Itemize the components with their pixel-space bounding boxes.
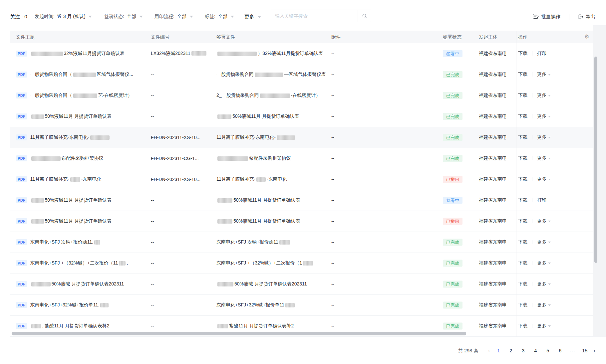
more-link[interactable]: 更多 (537, 281, 551, 286)
fixed-column-shadow (516, 31, 516, 337)
pdf-badge: PDF (16, 72, 27, 78)
download-link[interactable]: 下载 (518, 197, 527, 203)
search-button[interactable] (358, 10, 371, 22)
filter-label: 签署状态: (104, 14, 124, 19)
more-link[interactable]: 更多 (537, 176, 551, 182)
cell-initiator: 福建省东南电化 (479, 260, 506, 266)
cell-text: -在线密度计） (291, 92, 321, 98)
cell-status: 已完成 (443, 155, 462, 162)
download-link[interactable]: 下载 (518, 92, 527, 98)
table-row[interactable]: PDF11月离子膜碱补充--东南电化FH-DN-202311-XS-10...1… (10, 169, 596, 190)
download-link[interactable]: 下载 (518, 218, 527, 224)
export-button[interactable]: 导出 (578, 14, 595, 20)
chevron-down-icon (548, 158, 551, 159)
more-link[interactable]: 更多 (537, 72, 551, 77)
more-link[interactable]: 更多 (537, 134, 551, 140)
more-link[interactable]: 更多 (537, 323, 551, 328)
table-row[interactable]: PDF 50%液碱11月 月提货订单确认表-- 50%液碱11月 月提货订单确认… (10, 106, 596, 127)
horizontal-scrollbar[interactable] (12, 332, 466, 335)
more-link[interactable]: 更多 (537, 155, 551, 161)
page-number[interactable]: 4 (532, 346, 539, 355)
table-row[interactable]: PDF 50%液碱 月提货订单确认表202311-- 50%液碱 月提货订单确认… (10, 274, 596, 295)
page-number[interactable]: 15 (581, 346, 588, 355)
prev-page-icon[interactable]: ‹ (488, 346, 490, 355)
page-number[interactable]: 6 (556, 346, 564, 355)
filter-seal-flow[interactable]: 用印流程: 全部 (154, 14, 193, 20)
column-settings-gear-icon[interactable]: ⚙ (584, 31, 589, 43)
vertical-scrollbar[interactable] (594, 57, 597, 263)
status-badge: 已完成 (443, 92, 462, 99)
cell-text: 泵配件采购框架协议 (62, 155, 104, 161)
cell-attachment: -- (331, 323, 334, 329)
cell-subject: PDF东南电化+SFJ +（32%碱）+二次报价（11. (16, 260, 149, 266)
more-link[interactable]: 更多 (537, 239, 551, 245)
pdf-badge: PDF (16, 134, 27, 140)
more-link[interactable]: 更多 (537, 260, 551, 266)
redacted-blur (255, 73, 283, 77)
batch-list-icon (533, 14, 539, 19)
next-page-icon[interactable]: › (593, 346, 595, 355)
page-ellipsis[interactable]: ··· (569, 346, 576, 355)
batch-actions-button[interactable]: 批量操作 (533, 14, 560, 20)
download-link[interactable]: 下载 (518, 260, 527, 266)
table-row[interactable]: PDF东南电化+SFJ+32%碱+报价单11.--东南电化+SFJ+32%碱+报… (10, 295, 596, 316)
page-number[interactable]: 5 (544, 346, 551, 355)
filter-tag[interactable]: 标签: 全部 (205, 14, 234, 20)
status-badge: 已完成 (443, 113, 462, 120)
download-link[interactable]: 下载 (518, 113, 527, 119)
cell-text: —区域气体报警仪表 (284, 72, 326, 78)
table-row[interactable]: PDF32%液碱11月提货订单确认表LX32%液碱202311）32%液碱11月… (10, 43, 596, 64)
search-input[interactable] (271, 13, 358, 19)
cell-actions: 下载打印 (518, 51, 591, 57)
filter-more[interactable]: 更多 (244, 14, 261, 20)
table-row[interactable]: PDF东南电化+SFJ +（32%碱）+二次报价（11.--东南电化+SFJ +… (10, 253, 596, 274)
watch-filter[interactable]: 关注 · 0 (10, 14, 27, 20)
more-link[interactable]: 更多 (537, 302, 551, 307)
download-link[interactable]: 下载 (518, 134, 527, 140)
page-number[interactable]: 3 (519, 346, 527, 355)
cell-text: , 盐酸11月 月提货订单确认表补2 (42, 323, 110, 329)
table-row[interactable]: PDF11月离子膜碱补充-东南电化-FH-DN-202311-XS-10...1… (10, 127, 596, 148)
download-link[interactable]: 下载 (518, 72, 527, 77)
filter-sign-status[interactable]: 签署状态: 全部 (104, 14, 143, 20)
cell-doc-no: -- (151, 198, 212, 203)
cell-text: ）32%液碱11月提货订单确认表 (258, 51, 323, 57)
print-link[interactable]: 打印 (537, 197, 546, 203)
download-link[interactable]: 下载 (518, 239, 527, 245)
more-link[interactable]: 更多 (537, 218, 551, 224)
redacted-blur (31, 324, 41, 328)
filter-label: 更多 (244, 14, 254, 19)
cell-text: -- (151, 198, 154, 203)
page-number[interactable]: 2 (507, 346, 514, 355)
table-row[interactable]: PDF东南电化+SFJ 次钠+报价函11.--东南电化+SFJ 次钠+报价函11… (10, 232, 596, 253)
table-row[interactable]: PDF 50%液碱11月 月提货订单确认表--50%液碱11月 月提货订单确认表… (10, 211, 596, 232)
redacted-blur (90, 135, 110, 140)
download-link[interactable]: 下载 (518, 323, 527, 328)
table-row[interactable]: PDF一般货物采购合同（艺-在线密度计）--2_一般货物采购合同 -在线密度计）… (10, 85, 596, 106)
pdf-badge: PDF (16, 260, 27, 266)
cell-initiator: 福建省东南电化 (479, 134, 506, 140)
more-link[interactable]: 更多 (537, 113, 551, 119)
more-link[interactable]: 更多 (537, 92, 551, 98)
download-link[interactable]: 下载 (518, 51, 527, 56)
table-row[interactable]: PDF一般货物采购合同（区域气体报警仪...--一般货物采购合同 —区域气体报警… (10, 64, 596, 85)
download-link[interactable]: 下载 (518, 281, 527, 286)
filter-initiate-time[interactable]: 发起时间: 近 3 月 (默认) (35, 14, 92, 20)
cell-text: -- (151, 302, 154, 308)
cell-text: 东南电化+SFJ 次钠+报价函11 (216, 239, 278, 245)
cell-sign-file: ）32%液碱11月提货订单确认表 (216, 51, 328, 57)
download-link[interactable]: 下载 (518, 155, 527, 161)
action-divider (532, 219, 532, 223)
cell-text: LX32%液碱202311 (151, 51, 190, 56)
cell-text: 11月离子膜碱补充- (30, 176, 69, 182)
table-row[interactable]: PDF泵配件采购框架协议FH-DN-202311-CG-1...泵配件采购框架协… (10, 148, 596, 169)
page-number[interactable]: 1 (495, 346, 502, 355)
print-link[interactable]: 打印 (537, 51, 546, 56)
download-link[interactable]: 下载 (518, 302, 527, 307)
cell-sign-file: 泵配件采购框架协议 (216, 155, 328, 161)
redacted-blur (217, 52, 257, 56)
table-row[interactable]: PDF 50%液碱11月 月提货订单确认表--50%液碱11月 月提货订单确认表… (10, 190, 596, 211)
download-link[interactable]: 下载 (518, 176, 527, 182)
status-badge: 已撤回 (443, 176, 462, 183)
filter-label: 用印流程: (154, 14, 174, 19)
